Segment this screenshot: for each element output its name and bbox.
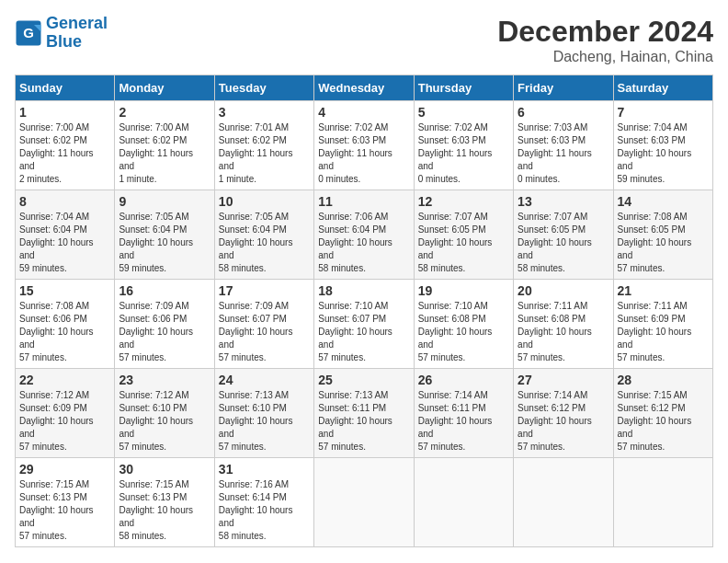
day-detail: Sunrise: 7:09 AMSunset: 6:07 PMDaylight:…	[219, 300, 310, 364]
day-number: 6	[518, 105, 609, 120]
day-detail: Sunrise: 7:15 AMSunset: 6:13 PMDaylight:…	[119, 478, 210, 543]
calendar-cell: 8Sunrise: 7:04 AMSunset: 6:04 PMDaylight…	[16, 190, 115, 280]
calendar-cell: 25Sunrise: 7:13 AMSunset: 6:11 PMDayligh…	[314, 369, 414, 458]
logo-text: General Blue	[46, 15, 108, 52]
calendar-cell: 26Sunrise: 7:14 AMSunset: 6:11 PMDayligh…	[414, 369, 513, 458]
day-detail: Sunrise: 7:07 AMSunset: 6:05 PMDaylight:…	[518, 211, 609, 275]
calendar-cell: 11Sunrise: 7:06 AMSunset: 6:04 PMDayligh…	[314, 190, 414, 280]
day-number: 14	[618, 194, 709, 209]
day-number: 4	[318, 105, 409, 120]
day-detail: Sunrise: 7:15 AMSunset: 6:12 PMDaylight:…	[618, 389, 709, 454]
calendar-cell: 16Sunrise: 7:09 AMSunset: 6:06 PMDayligh…	[115, 280, 214, 369]
col-header-sunday: Sunday	[16, 75, 115, 101]
day-number: 18	[318, 283, 409, 298]
day-detail: Sunrise: 7:02 AMSunset: 6:03 PMDaylight:…	[318, 121, 409, 186]
calendar-cell: 7Sunrise: 7:04 AMSunset: 6:03 PMDaylight…	[613, 101, 712, 190]
calendar-cell: 29Sunrise: 7:15 AMSunset: 6:13 PMDayligh…	[16, 458, 115, 547]
day-detail: Sunrise: 7:13 AMSunset: 6:11 PMDaylight:…	[318, 389, 409, 454]
logo-icon: G	[15, 19, 42, 47]
day-number: 17	[219, 283, 310, 298]
day-detail: Sunrise: 7:05 AMSunset: 6:04 PMDaylight:…	[119, 211, 210, 275]
day-detail: Sunrise: 7:14 AMSunset: 6:12 PMDaylight:…	[518, 389, 609, 454]
calendar-cell: 27Sunrise: 7:14 AMSunset: 6:12 PMDayligh…	[514, 369, 613, 458]
calendar-cell: 6Sunrise: 7:03 AMSunset: 6:03 PMDaylight…	[514, 101, 613, 190]
day-detail: Sunrise: 7:04 AMSunset: 6:04 PMDaylight:…	[19, 211, 110, 275]
day-number: 31	[219, 462, 310, 477]
col-header-wednesday: Wednesday	[314, 75, 414, 101]
day-number: 9	[119, 194, 210, 209]
day-detail: Sunrise: 7:09 AMSunset: 6:06 PMDaylight:…	[119, 300, 210, 364]
calendar-cell: 2Sunrise: 7:00 AMSunset: 6:02 PMDaylight…	[115, 101, 214, 190]
calendar-cell: 22Sunrise: 7:12 AMSunset: 6:09 PMDayligh…	[16, 369, 115, 458]
day-number: 13	[518, 194, 609, 209]
day-detail: Sunrise: 7:01 AMSunset: 6:02 PMDaylight:…	[219, 121, 310, 186]
day-detail: Sunrise: 7:05 AMSunset: 6:04 PMDaylight:…	[219, 211, 310, 275]
col-header-tuesday: Tuesday	[214, 75, 313, 101]
week-row-3: 15Sunrise: 7:08 AMSunset: 6:06 PMDayligh…	[16, 280, 713, 369]
day-number: 7	[618, 105, 709, 120]
calendar-table: SundayMondayTuesdayWednesdayThursdayFrid…	[15, 75, 713, 547]
week-row-4: 22Sunrise: 7:12 AMSunset: 6:09 PMDayligh…	[16, 369, 713, 458]
calendar-cell: 30Sunrise: 7:15 AMSunset: 6:13 PMDayligh…	[115, 458, 214, 547]
day-detail: Sunrise: 7:10 AMSunset: 6:08 PMDaylight:…	[418, 300, 509, 364]
day-detail: Sunrise: 7:00 AMSunset: 6:02 PMDaylight:…	[19, 121, 110, 186]
day-detail: Sunrise: 7:00 AMSunset: 6:02 PMDaylight:…	[119, 121, 210, 186]
week-row-2: 8Sunrise: 7:04 AMSunset: 6:04 PMDaylight…	[16, 190, 713, 280]
day-detail: Sunrise: 7:06 AMSunset: 6:04 PMDaylight:…	[318, 211, 409, 275]
calendar-cell: 4Sunrise: 7:02 AMSunset: 6:03 PMDaylight…	[314, 101, 414, 190]
week-row-1: 1Sunrise: 7:00 AMSunset: 6:02 PMDaylight…	[16, 101, 713, 190]
calendar-cell	[613, 458, 712, 547]
day-number: 22	[19, 373, 110, 387]
day-detail: Sunrise: 7:13 AMSunset: 6:10 PMDaylight:…	[219, 389, 310, 454]
day-detail: Sunrise: 7:07 AMSunset: 6:05 PMDaylight:…	[418, 211, 509, 275]
calendar-cell: 20Sunrise: 7:11 AMSunset: 6:08 PMDayligh…	[514, 280, 613, 369]
logo: G General Blue	[15, 15, 108, 52]
calendar-cell: 12Sunrise: 7:07 AMSunset: 6:05 PMDayligh…	[414, 190, 513, 280]
calendar-cell: 31Sunrise: 7:16 AMSunset: 6:14 PMDayligh…	[214, 458, 313, 547]
calendar-cell: 9Sunrise: 7:05 AMSunset: 6:04 PMDaylight…	[115, 190, 214, 280]
calendar-cell: 21Sunrise: 7:11 AMSunset: 6:09 PMDayligh…	[613, 280, 712, 369]
day-detail: Sunrise: 7:04 AMSunset: 6:03 PMDaylight:…	[618, 121, 709, 186]
day-number: 28	[618, 373, 709, 387]
svg-text:G: G	[23, 24, 34, 40]
day-detail: Sunrise: 7:03 AMSunset: 6:03 PMDaylight:…	[518, 121, 609, 186]
day-detail: Sunrise: 7:02 AMSunset: 6:03 PMDaylight:…	[418, 121, 509, 186]
col-header-friday: Friday	[514, 75, 613, 101]
day-detail: Sunrise: 7:15 AMSunset: 6:13 PMDaylight:…	[19, 478, 110, 543]
calendar-cell	[314, 458, 414, 547]
day-number: 10	[219, 194, 310, 209]
day-number: 19	[418, 283, 509, 298]
day-detail: Sunrise: 7:12 AMSunset: 6:09 PMDaylight:…	[19, 389, 110, 454]
day-detail: Sunrise: 7:12 AMSunset: 6:10 PMDaylight:…	[119, 389, 210, 454]
day-number: 21	[618, 283, 709, 298]
day-number: 8	[19, 194, 110, 209]
day-number: 16	[119, 283, 210, 298]
calendar-cell: 1Sunrise: 7:00 AMSunset: 6:02 PMDaylight…	[16, 101, 115, 190]
day-detail: Sunrise: 7:16 AMSunset: 6:14 PMDaylight:…	[219, 478, 310, 543]
title-area: December 2024 Dacheng, Hainan, China	[497, 15, 713, 65]
day-number: 27	[518, 373, 609, 387]
col-header-thursday: Thursday	[414, 75, 513, 101]
day-number: 11	[318, 194, 409, 209]
day-detail: Sunrise: 7:11 AMSunset: 6:09 PMDaylight:…	[618, 300, 709, 364]
day-number: 1	[19, 105, 110, 120]
calendar-cell: 23Sunrise: 7:12 AMSunset: 6:10 PMDayligh…	[115, 369, 214, 458]
day-number: 30	[119, 462, 210, 477]
calendar-cell: 17Sunrise: 7:09 AMSunset: 6:07 PMDayligh…	[214, 280, 313, 369]
calendar-cell: 28Sunrise: 7:15 AMSunset: 6:12 PMDayligh…	[613, 369, 712, 458]
day-number: 12	[418, 194, 509, 209]
calendar-cell: 18Sunrise: 7:10 AMSunset: 6:07 PMDayligh…	[314, 280, 414, 369]
page-header: G General Blue December 2024 Dacheng, Ha…	[15, 15, 713, 65]
col-header-saturday: Saturday	[613, 75, 712, 101]
day-number: 3	[219, 105, 310, 120]
header-row: SundayMondayTuesdayWednesdayThursdayFrid…	[16, 75, 713, 101]
calendar-cell: 13Sunrise: 7:07 AMSunset: 6:05 PMDayligh…	[514, 190, 613, 280]
calendar-cell: 19Sunrise: 7:10 AMSunset: 6:08 PMDayligh…	[414, 280, 513, 369]
day-detail: Sunrise: 7:08 AMSunset: 6:05 PMDaylight:…	[618, 211, 709, 275]
day-detail: Sunrise: 7:08 AMSunset: 6:06 PMDaylight:…	[19, 300, 110, 364]
calendar-cell: 5Sunrise: 7:02 AMSunset: 6:03 PMDaylight…	[414, 101, 513, 190]
day-number: 26	[418, 373, 509, 387]
calendar-cell: 10Sunrise: 7:05 AMSunset: 6:04 PMDayligh…	[214, 190, 313, 280]
day-detail: Sunrise: 7:11 AMSunset: 6:08 PMDaylight:…	[518, 300, 609, 364]
day-number: 24	[219, 373, 310, 387]
